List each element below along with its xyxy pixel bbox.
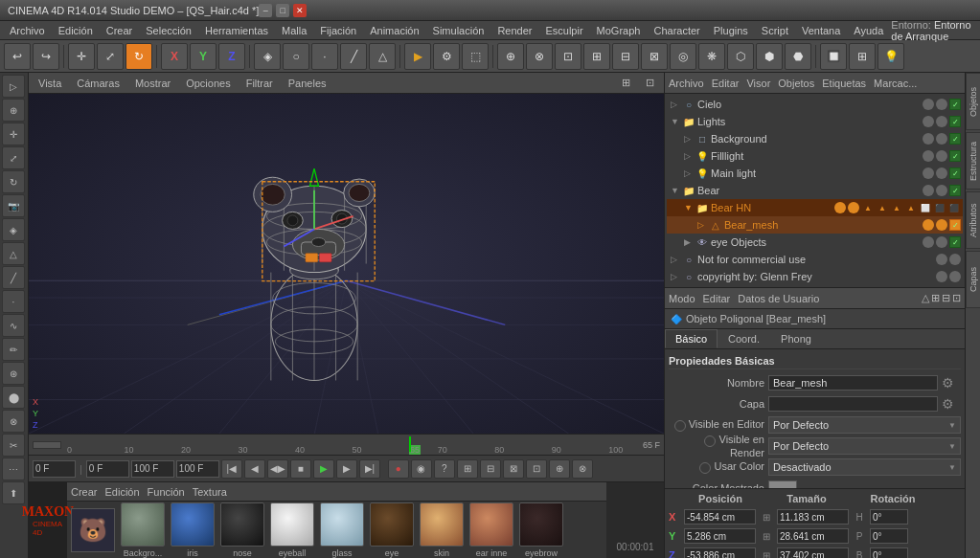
undo-button[interactable]: ↩ (4, 43, 31, 70)
coord-x-size[interactable] (777, 509, 849, 525)
tree-item-filllight[interactable]: ▷ 💡 Filllight ✓ (667, 147, 963, 165)
tree-item-copyright[interactable]: ▷ ○ copyright by: Glenn Frey (667, 268, 963, 285)
tag-5[interactable]: ⬜ (919, 201, 932, 214)
vp-btn-vista[interactable]: Vista (33, 76, 67, 91)
frame-step-input[interactable]: 100 F (176, 460, 219, 478)
tool-btn-7[interactable]: ◎ (670, 43, 696, 70)
anim-btn-6[interactable]: ⊠ (503, 459, 524, 479)
tree-check-lights[interactable]: ✓ (949, 116, 961, 127)
anim-btn-3[interactable]: ? (434, 459, 455, 479)
tree-vis-background[interactable] (923, 133, 934, 145)
model-mode-button[interactable]: ◈ (254, 43, 281, 70)
tree-check-mainlight[interactable]: ✓ (949, 167, 961, 179)
close-button[interactable]: ✕ (293, 4, 307, 17)
left-tool-twist[interactable]: ⊗ (2, 410, 25, 433)
am-tab-phong[interactable]: Phong (770, 329, 822, 348)
am-color-swatch[interactable] (768, 480, 797, 488)
tree-item-bear[interactable]: ▼ 📁 Bear ✓ (667, 182, 963, 199)
tree-vis-bear-mesh[interactable] (923, 219, 934, 231)
tree-render-bear-hn[interactable] (848, 202, 859, 213)
move-tool-button[interactable]: ✛ (68, 43, 95, 70)
am-btn-1[interactable]: △ (922, 292, 929, 304)
object-mode-button[interactable]: ○ (283, 43, 309, 70)
left-tool-edge[interactable]: ╱ (2, 266, 25, 289)
material-item-2[interactable]: nose (220, 502, 264, 558)
material-item-4[interactable]: glass (320, 502, 364, 558)
point-mode-button[interactable]: · (311, 43, 338, 70)
play-button[interactable]: ▶ (313, 459, 334, 479)
tree-check-background[interactable]: ✓ (949, 133, 961, 145)
tree-item-eye-objects[interactable]: ▶ 👁 eye Objects ✓ (667, 234, 963, 251)
vp-layout-btn[interactable]: ⊞ (616, 75, 636, 91)
am-btn-4[interactable]: ⊡ (952, 292, 961, 304)
tree-item-mainlight[interactable]: ▷ 💡 Main light ✓ (667, 165, 963, 182)
tool-btn-4[interactable]: ⊞ (583, 43, 610, 70)
anim-btn-9[interactable]: ⊗ (572, 459, 593, 479)
tree-item-bear-mesh[interactable]: ▷ △ Bear_mesh ✓ (667, 216, 963, 234)
menu-archivo[interactable]: Archivo (4, 23, 51, 38)
left-tool-object[interactable]: ◈ (2, 218, 25, 241)
mat-textura[interactable]: Textura (193, 486, 227, 498)
tool-btn-1[interactable]: ⊕ (497, 43, 524, 70)
side-tab-objetos[interactable]: Objetos (966, 73, 980, 130)
tree-check-bear-mesh[interactable]: ✓ (949, 219, 961, 231)
menu-simulacion[interactable]: Simulación (427, 23, 490, 38)
render-settings-button[interactable]: ⚙ (433, 43, 460, 70)
menu-script[interactable]: Script (756, 23, 794, 38)
menu-mograph[interactable]: MoGraph (591, 23, 647, 38)
menu-crear[interactable]: Crear (101, 23, 139, 38)
tree-vis-bear-hn[interactable] (834, 202, 846, 213)
edge-mode-button[interactable]: ╱ (340, 43, 367, 70)
material-item-6[interactable]: skin (420, 502, 464, 558)
tree-vis-cielo[interactable] (923, 99, 934, 110)
tree-item-lights[interactable]: ▼ 📁 Lights ✓ (667, 113, 963, 130)
tree-render-cielo[interactable] (936, 99, 947, 110)
render-button[interactable]: ▶ (404, 43, 431, 70)
am-dropdown-visible-editor[interactable]: Por Defecto (768, 416, 961, 434)
am-editar[interactable]: Editar (703, 293, 731, 304)
tree-render-mainlight[interactable] (936, 167, 947, 179)
tag-1[interactable]: ▲ (861, 201, 875, 214)
tree-check-bear[interactable]: ✓ (949, 185, 961, 196)
am-tab-basico[interactable]: Básico (665, 329, 718, 348)
tree-item-cielo[interactable]: ▷ ○ Cielo ✓ (667, 96, 963, 113)
tool-btn-6[interactable]: ⊠ (641, 43, 668, 70)
tree-vis-not-commercial[interactable] (936, 254, 947, 265)
side-tab-estructura[interactable]: Estructura (966, 132, 980, 190)
vp-btn-paneles[interactable]: Paneles (283, 76, 332, 91)
am-nombre-icon[interactable]: ⚙ (942, 375, 961, 391)
tree-render-bear[interactable] (936, 185, 947, 196)
tree-check-cielo[interactable]: ✓ (949, 99, 961, 110)
tag-2[interactable]: ▲ (876, 201, 889, 214)
vp-btn-filtrar[interactable]: Filtrar (240, 76, 279, 91)
next-frame-button[interactable]: ▶ (336, 459, 357, 479)
maximize-button[interactable]: □ (276, 4, 289, 17)
tag-6[interactable]: ⬛ (933, 201, 946, 214)
goto-start-button[interactable]: |◀ (221, 459, 242, 479)
tree-render-bear-mesh[interactable] (936, 219, 947, 231)
om-objetos[interactable]: Objetos (778, 78, 814, 89)
grid-button[interactable]: ⊞ (849, 43, 876, 70)
vp-btn-opciones[interactable]: Opciones (180, 76, 236, 91)
y-axis-button[interactable]: Y (190, 43, 217, 70)
side-tab-atributos[interactable]: Atributos (966, 191, 980, 249)
menu-animacion[interactable]: Animación (364, 23, 424, 38)
mat-funcion[interactable]: Función (148, 486, 185, 498)
om-etiquetas[interactable]: Etiquetas (822, 78, 866, 89)
am-input-nombre[interactable] (768, 375, 938, 391)
z-axis-button[interactable]: Z (218, 43, 245, 70)
current-frame-input[interactable]: 0 F (33, 460, 76, 478)
mat-crear[interactable]: Crear (71, 486, 98, 498)
menu-esculpir[interactable]: Esculpir (539, 23, 588, 38)
render-region-button[interactable]: ⬚ (462, 43, 489, 70)
tree-check-filllight[interactable]: ✓ (949, 150, 961, 162)
rotate-tool-button[interactable]: ↻ (125, 43, 152, 70)
material-item-1[interactable]: iris (171, 502, 215, 558)
anim-btn-2[interactable]: ◉ (411, 459, 432, 479)
tree-vis-lights[interactable] (923, 116, 934, 127)
vp-maximize-btn[interactable]: ⊡ (640, 75, 660, 91)
left-tool-move[interactable]: ✛ (2, 123, 25, 145)
coord-z-rot[interactable] (870, 547, 908, 558)
polygon-mode-button[interactable]: △ (369, 43, 396, 70)
scale-tool-button[interactable]: ⤢ (97, 43, 124, 70)
